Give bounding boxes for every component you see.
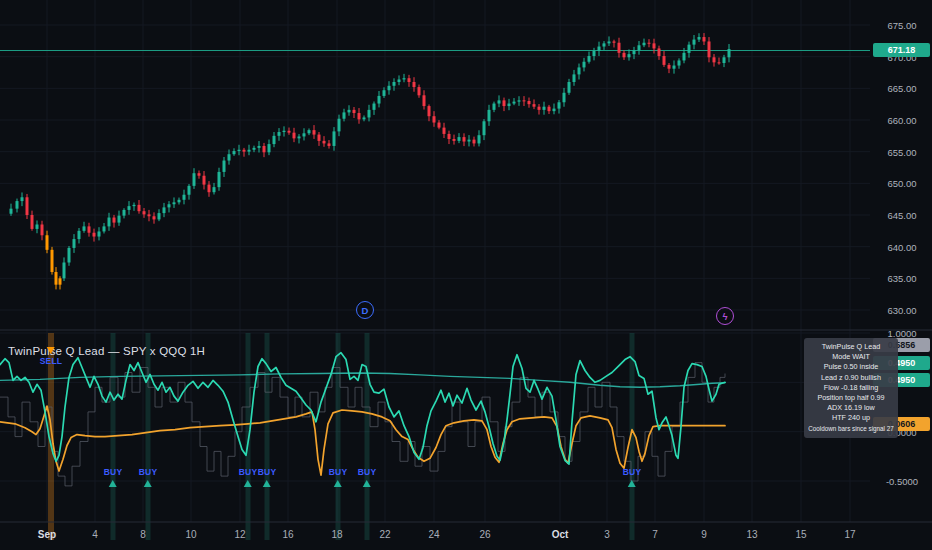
time-axis-label[interactable]: 9 — [701, 529, 707, 540]
candle-body — [678, 60, 681, 65]
time-axis-label[interactable]: 3 — [604, 529, 610, 540]
candle-body — [213, 187, 216, 192]
candle-body — [173, 202, 176, 204]
candle-body — [378, 96, 381, 104]
time-axis-label[interactable]: 26 — [479, 529, 490, 540]
candle-body — [583, 62, 586, 68]
candle-body — [248, 150, 251, 152]
candle-body — [508, 104, 511, 107]
buy-marker: BUY — [104, 467, 123, 487]
candle-body — [373, 104, 376, 110]
time-axis-label[interactable]: 13 — [746, 529, 757, 540]
candle-body — [588, 56, 591, 62]
candle-body — [46, 235, 49, 250]
time-axis-label[interactable]: Oct — [552, 529, 569, 540]
candle-body — [16, 201, 19, 209]
candle-body — [688, 45, 691, 53]
time-axis-label[interactable]: 12 — [234, 529, 245, 540]
candle-body — [443, 128, 446, 134]
candle-body — [148, 214, 151, 216]
dividend-event-marker[interactable]: D — [356, 301, 374, 319]
indicator-info-panel: TwinPulse Q LeadMode WAITPulse 0.50 insi… — [804, 338, 898, 438]
candle-body — [563, 93, 566, 103]
candle-body — [603, 43, 606, 46]
time-axis-label[interactable]: 22 — [379, 529, 390, 540]
time-axis-label[interactable]: 15 — [795, 529, 806, 540]
candle-body — [633, 50, 636, 54]
candle-body — [553, 109, 556, 112]
info-panel-line: TwinPulse Q Lead — [805, 342, 897, 352]
candle-body — [278, 132, 281, 136]
candle-body — [663, 56, 666, 65]
time-axis-label[interactable]: 16 — [282, 529, 293, 540]
candle-body — [273, 136, 276, 144]
candle-body — [293, 133, 296, 139]
info-panel-line: Mode WAIT — [805, 352, 897, 362]
candle-body — [568, 82, 571, 93]
time-axis-label[interactable]: 7 — [652, 529, 658, 540]
candle-body — [108, 218, 111, 227]
time-axis-label[interactable]: 17 — [844, 529, 855, 540]
candle-body — [613, 41, 616, 42]
candle-body — [328, 143, 331, 146]
candle-body — [313, 130, 316, 134]
candle-body — [478, 135, 481, 143]
time-axis-label[interactable]: 8 — [140, 529, 146, 540]
candle-body — [518, 100, 521, 101]
buy-label: BUY — [258, 467, 277, 477]
candle-body — [643, 43, 646, 46]
buy-marker: BUY — [258, 467, 277, 487]
candle-body — [658, 48, 661, 56]
candle-body — [543, 107, 546, 110]
candle-body — [103, 226, 106, 231]
buy-arrow-up-icon — [263, 480, 271, 487]
last-price-badge: 671.18 — [873, 43, 930, 57]
candle-body — [198, 173, 201, 176]
candle-body — [418, 87, 421, 95]
candle-body — [223, 161, 226, 172]
buy-label: BUY — [329, 467, 348, 477]
info-panel-line: Lead z 0.90 bullish — [805, 373, 897, 383]
candle-body — [163, 207, 166, 213]
buy-marker: BUY — [329, 467, 348, 487]
price-axis-label: 650.00 — [872, 178, 932, 189]
indicator-axis-label: -0.5000 — [872, 476, 932, 487]
candle-body — [263, 146, 266, 152]
info-panel-line: ADX 16.19 low — [805, 403, 897, 413]
buy-signal-band — [365, 333, 370, 540]
candle-body — [10, 209, 13, 214]
time-axis-label[interactable]: 4 — [92, 529, 98, 540]
buy-label: BUY — [623, 467, 642, 477]
indicator-line-lead — [0, 373, 725, 387]
buy-marker: BUY — [358, 467, 377, 487]
lightning-event-marker[interactable]: ϟ — [716, 307, 734, 325]
time-axis-label[interactable]: 24 — [428, 529, 439, 540]
candle-body — [288, 131, 291, 133]
candle-body — [523, 100, 526, 101]
buy-arrow-up-icon — [628, 480, 636, 487]
candle-body — [513, 102, 516, 104]
sell-arrow-down-icon — [47, 347, 55, 354]
candle-body — [673, 66, 676, 69]
candle-body — [123, 210, 126, 216]
candle-body — [218, 172, 221, 187]
candle-body — [618, 43, 621, 53]
info-panel-line: Position top half 0.99 — [805, 393, 897, 403]
candle-body — [693, 40, 696, 45]
candle-body — [203, 176, 206, 185]
price-axis-label: 640.00 — [872, 242, 932, 253]
candle-body — [51, 250, 54, 272]
time-axis-label[interactable]: 10 — [185, 529, 196, 540]
info-panel-line: Pulse 0.50 inside — [805, 362, 897, 372]
candle-body — [98, 231, 101, 236]
time-axis-label[interactable]: 18 — [331, 529, 342, 540]
buy-arrow-up-icon — [363, 480, 371, 487]
candle-body — [358, 113, 361, 119]
candle-body — [728, 49, 731, 57]
candle-body — [63, 263, 66, 279]
candle-body — [393, 82, 396, 86]
buy-marker: BUY — [139, 467, 158, 487]
candle-body — [78, 231, 81, 239]
time-axis-label[interactable]: Sep — [38, 529, 56, 540]
candle-body — [238, 150, 241, 151]
